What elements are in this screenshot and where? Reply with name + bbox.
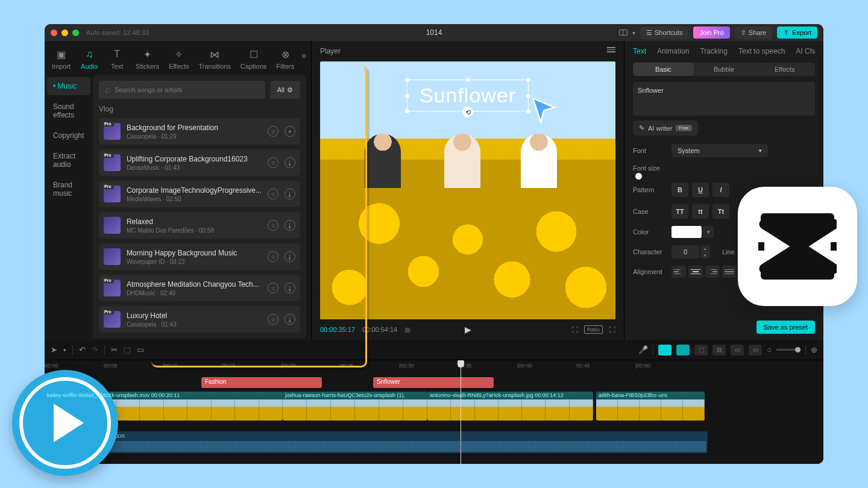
text-content-input[interactable]: Snflower [633,82,815,116]
layout-chevron-icon[interactable]: ▾ [632,30,635,36]
add-icon[interactable]: + [285,126,295,137]
case-upper-button[interactable]: TT [671,204,688,219]
text-clip[interactable]: Snflower [373,377,494,388]
video-clip[interactable]: joshua-rawson-harris-haUQC3eto2s-unsplas… [283,392,427,421]
align-center-button[interactable] [688,266,703,278]
rotate-handle[interactable]: ⟲ [462,107,473,117]
tab-transitions[interactable]: ⋈Transitions [194,46,236,72]
tab-captions[interactable]: ☐Captions [236,46,271,72]
player-menu-icon[interactable] [607,47,615,55]
subtab-effects[interactable]: Effects [754,63,815,76]
timeline-ruler[interactable]: 00:0000:05|00:1000:15|00:2000:25|00:3000… [45,360,823,374]
underline-button[interactable]: U [692,183,709,197]
align-left-button[interactable] [671,266,686,278]
timeline-tracks[interactable]: Background for Presentation FashionSnflo… [45,374,823,464]
download-icon[interactable]: ⭳ [285,157,295,168]
video-clip[interactable]: atikh-bana-FtBS0p23fcc-uns [596,392,705,421]
filter-all-button[interactable]: All ⚙ [270,81,300,99]
color-swatch[interactable] [671,226,702,238]
video-preview[interactable]: Sunflower ⟲ [320,61,615,319]
scale-icon[interactable]: ⛶ [571,326,578,333]
join-pro-button[interactable]: Join Pro [693,27,729,39]
align-justify-button[interactable] [722,266,737,278]
download-icon[interactable]: ⭳ [285,189,295,199]
tool-icon[interactable]: ▭ [137,345,144,354]
tab-effects[interactable]: ✧Effects [164,46,193,72]
tool-icon[interactable]: ▭ [731,345,744,355]
case-lower-button[interactable]: tt [692,204,709,219]
text-clip[interactable]: Fashion [201,377,322,388]
tab-animation[interactable]: Animation [657,47,689,55]
zoom-out-icon[interactable]: ○ [767,345,772,354]
pointer-tool-icon[interactable]: ➤ [51,345,57,354]
save-preset-button[interactable]: Save as preset [756,321,815,334]
song-item[interactable]: Pro Background for Presentation Cassiope… [99,118,300,145]
search-field[interactable] [115,86,259,93]
subtab-bubble[interactable]: Bubble [694,63,755,76]
download-icon[interactable]: ⭳ [285,314,295,325]
zoom-slider[interactable] [776,349,800,351]
align-right-button[interactable] [705,266,720,278]
play-button[interactable]: ▶ [465,325,471,334]
download-icon[interactable]: ⭳ [285,283,295,293]
export-button[interactable]: ⭱ Export [777,27,817,39]
song-item[interactable]: Pro Corporate ImageTechnologyProgressive… [99,181,300,207]
song-item[interactable]: Pro Luxury Hotel Cassiopeia · 01:43 ☆ ⭳ [99,306,300,333]
playhead[interactable] [461,360,461,464]
tab-ai[interactable]: AI Cha [796,47,815,55]
font-select[interactable]: System▾ [671,144,768,157]
favorite-icon[interactable]: ☆ [268,314,278,325]
audio-track[interactable]: Background for Presentation [45,431,708,453]
category-extract[interactable]: Extract audio [47,147,90,174]
tool-icon[interactable]: ⊟ [712,345,726,355]
search-input[interactable]: ⌕ [99,81,265,99]
snap-toggle[interactable] [658,345,671,355]
favorite-icon[interactable]: ☆ [268,283,278,293]
resize-handle[interactable] [466,78,470,82]
category-copyright[interactable]: Copyright [47,127,90,145]
song-item[interactable]: Morning Happy Background Music Wavepaper… [99,243,300,270]
ratio-button[interactable]: Ratio [584,325,603,334]
tool-icon[interactable]: ⬚ [124,345,131,354]
link-toggle[interactable] [676,345,690,355]
italic-button[interactable]: I [712,183,729,197]
fit-icon[interactable]: ⊕ [811,345,817,354]
layout-icon[interactable] [619,30,627,36]
tab-text[interactable]: TText [103,46,131,72]
video-clip[interactable]: antonino-visalli-RNiBLy7aHck-unsplash.jp… [427,392,593,421]
tab-text-props[interactable]: Text [633,47,646,55]
subtab-basic[interactable]: Basic [633,63,694,76]
ai-writer-button[interactable]: ✎ AI writer Free [633,120,698,136]
minimize-icon[interactable] [61,30,68,36]
undo-icon[interactable]: ↶ [79,345,86,354]
resize-handle[interactable] [405,78,409,82]
tool-icon[interactable]: ▭ [749,345,762,355]
resize-handle[interactable] [526,78,530,82]
shortcuts-button[interactable]: ☰ Shortcuts [640,27,688,39]
resize-handle[interactable] [405,94,409,98]
favorite-icon[interactable]: ☆ [268,189,278,199]
color-dropdown[interactable]: ▾ [703,226,714,238]
resize-handle[interactable] [405,109,409,113]
favorite-icon[interactable]: ☆ [268,251,278,262]
tab-import[interactable]: ▣Import [47,46,75,72]
favorite-icon[interactable]: ☆ [268,220,278,231]
tool-icon[interactable]: ⬚ [694,345,708,355]
bold-button[interactable]: B [671,183,688,197]
favorite-icon[interactable]: ☆ [268,126,278,137]
maximize-icon[interactable] [72,30,79,36]
character-stepper[interactable]: ▴▾ [700,245,710,258]
character-spacing-input[interactable]: 0 [671,245,699,258]
category-brand[interactable]: Brand music [47,176,90,202]
song-item[interactable]: Pro Atmosphere Meditation Changyou Tech.… [99,275,300,301]
favorite-icon[interactable]: ☆ [268,157,278,168]
song-item[interactable]: Relaxed MC Mablo Dos Paredões · 00:58 ☆ … [99,212,300,239]
tab-audio[interactable]: ♫Audio [75,46,103,72]
category-music[interactable]: • Music [47,77,90,95]
song-item[interactable]: Pro Uplifting Corporate Background16023 … [99,149,300,176]
redo-icon[interactable]: ↷ [92,345,98,354]
tab-filters[interactable]: ⊗Filters [271,46,299,72]
tabs-more-icon[interactable]: » [299,46,309,72]
chevron-down-icon[interactable]: ▾ [63,347,66,353]
download-icon[interactable]: ⭳ [285,251,295,262]
